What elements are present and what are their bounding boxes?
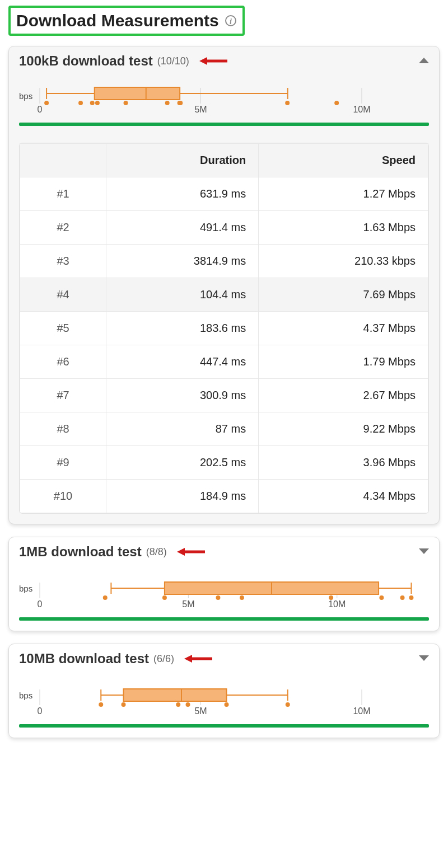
annotation-arrow-icon [184,653,218,664]
cell-speed: 4.37 Mbps [259,312,428,345]
cell-speed: 4.34 Mbps [259,480,428,513]
cell-duration: 183.6 ms [106,312,259,345]
svg-point-65 [99,702,103,707]
boxplot-chart: 05M10M [37,77,429,115]
cell-index: #7 [20,379,106,412]
test-card-1mb: 1MB download test (8/8) bps 05M10M [8,537,440,631]
cell-duration: 631.9 ms [106,177,259,211]
table-row[interactable]: #7300.9 ms2.67 Mbps [20,379,428,412]
table-row[interactable]: #6447.4 ms1.79 Mbps [20,345,428,379]
cell-index: #5 [20,312,106,345]
boxplot-ylabel: bps [19,91,32,101]
svg-point-42 [103,595,108,600]
cell-index: #1 [20,177,106,211]
cell-index: #6 [20,345,106,379]
cell-duration: 184.9 ms [106,480,259,513]
test-header-1mb[interactable]: 1MB download test (8/8) [19,544,429,560]
col-speed: Speed [259,144,428,177]
svg-point-20 [95,101,100,105]
cell-duration: 447.4 ms [106,345,259,379]
boxplot-ylabel: bps [19,584,32,593]
progress-bar [19,123,429,126]
test-count: (10/10) [157,55,189,67]
test-count: (6/6) [153,653,174,665]
progress-bar [19,617,429,621]
table-row[interactable]: #9202.5 ms3.96 Mbps [20,446,428,480]
svg-point-68 [186,702,190,707]
svg-point-22 [165,101,170,105]
svg-marker-28 [177,548,185,556]
svg-point-26 [334,101,339,105]
svg-point-46 [329,595,333,600]
info-icon[interactable]: i [225,15,237,27]
table-row[interactable]: #33814.9 ms210.33 kbps [20,245,428,278]
cell-speed: 2.67 Mbps [259,379,428,412]
col-index [20,144,106,177]
svg-point-49 [409,595,414,600]
collapse-icon[interactable] [419,56,429,66]
table-row[interactable]: #10184.9 ms4.34 Mbps [20,480,428,513]
cell-index: #4 [20,278,106,312]
svg-point-24 [178,101,183,105]
progress-bar [19,724,429,728]
test-count: (8/8) [146,546,167,558]
svg-marker-51 [184,655,192,663]
annotation-arrow-icon [177,546,211,557]
svg-point-66 [122,702,126,707]
svg-marker-3 [199,57,207,65]
cell-speed: 1.79 Mbps [259,345,428,379]
boxplot-100kb: bps 05M10M [19,77,429,115]
test-card-10mb: 10MB download test (6/6) bps 05M10M [8,644,440,738]
svg-marker-52 [419,655,429,661]
svg-point-70 [286,702,290,707]
expand-icon[interactable] [419,654,429,664]
svg-point-69 [225,702,229,707]
test-header-10mb[interactable]: 10MB download test (6/6) [19,651,429,667]
svg-rect-15 [95,87,180,100]
expand-icon[interactable] [419,547,429,557]
cell-speed: 1.63 Mbps [259,211,428,245]
cell-speed: 210.33 kbps [259,245,428,278]
cell-duration: 87 ms [106,412,259,446]
cell-speed: 9.22 Mbps [259,412,428,446]
svg-point-43 [162,595,167,600]
cell-index: #2 [20,211,106,245]
col-duration: Duration [106,144,259,177]
cell-index: #8 [20,412,106,446]
svg-text:i: i [230,17,232,26]
svg-text:0: 0 [38,706,43,716]
svg-text:10M: 10M [353,105,371,114]
boxplot-10mb: bps 05M10M [19,674,429,716]
svg-point-44 [216,595,221,600]
table-row[interactable]: #2491.4 ms1.63 Mbps [20,211,428,245]
boxplot-chart: 05M10M [37,674,429,716]
boxplot-1mb: bps 05M10M [19,567,429,609]
measurements-table: Duration Speed #1631.9 ms1.27 Mbps#2491.… [20,143,428,513]
svg-point-25 [285,101,290,105]
cell-duration: 104.4 ms [106,278,259,312]
test-header-100kb[interactable]: 100kB download test (10/10) [19,53,429,69]
svg-text:0: 0 [38,599,43,609]
svg-point-18 [78,101,83,105]
table-row[interactable]: #887 ms9.22 Mbps [20,412,428,446]
cell-speed: 7.69 Mbps [259,278,428,312]
svg-point-67 [176,702,180,707]
test-title: 1MB download test [19,544,142,560]
svg-point-48 [400,595,405,600]
table-row[interactable]: #5183.6 ms4.37 Mbps [20,312,428,345]
svg-text:5M: 5M [195,706,207,716]
cell-index: #3 [20,245,106,278]
svg-point-47 [380,595,384,600]
svg-rect-63 [124,689,227,701]
table-row[interactable]: #4104.4 ms7.69 Mbps [20,278,428,312]
test-title: 100kB download test [19,53,153,69]
test-card-100kb: 100kB download test (10/10) bps 05M10M D… [8,46,440,524]
cell-speed: 3.96 Mbps [259,446,428,480]
cell-duration: 491.4 ms [106,211,259,245]
test-title: 10MB download test [19,651,149,667]
page-title-text: Download Measurements [16,11,219,30]
svg-point-17 [44,101,49,105]
table-row[interactable]: #1631.9 ms1.27 Mbps [20,177,428,211]
svg-text:0: 0 [38,105,43,114]
svg-point-45 [240,595,244,600]
